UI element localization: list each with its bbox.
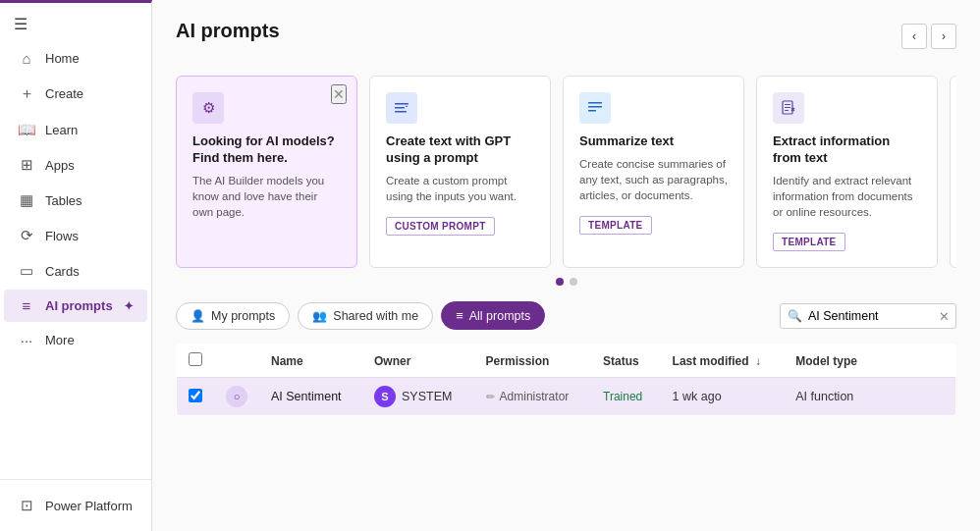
- sidebar-item-cards[interactable]: ▭ Cards: [4, 254, 147, 288]
- apps-icon: ⊞: [18, 156, 35, 174]
- card-badge: CUSTOM PROMPT: [386, 217, 495, 236]
- carousel-nav: ‹ ›: [901, 24, 956, 49]
- sidebar-bottom-label: Power Platform: [45, 499, 133, 513]
- sidebar-item-power-platform[interactable]: ⊡ Power Platform: [4, 489, 147, 522]
- sidebar-item-home[interactable]: ⌂ Home: [4, 42, 147, 75]
- col-name: Name: [259, 345, 362, 378]
- search-wrapper: 🔍 ✕: [780, 303, 956, 329]
- card-desc: The AI Builder models you know and love …: [192, 173, 341, 220]
- svg-rect-5: [588, 110, 596, 112]
- row-checkbox-cell: [177, 378, 215, 416]
- card-desc: Identify and extract relevant informatio…: [773, 173, 921, 220]
- toolbar: 👤 My prompts 👥 Shared with me ≡ All prom…: [176, 301, 956, 330]
- all-prompts-icon: ≡: [456, 308, 463, 323]
- sidebar-item-label: AI prompts: [45, 298, 113, 313]
- card-classify-text[interactable]: Classify text Assign a set of predefined…: [950, 76, 956, 268]
- row-status-cell: Trained: [591, 378, 661, 416]
- more-action-icon[interactable]: ···: [925, 390, 936, 404]
- dot-1[interactable]: [556, 278, 564, 286]
- col-model-type: Model type: [784, 345, 877, 378]
- row-last-modified-cell: 1 wk ago: [661, 378, 785, 416]
- svg-rect-8: [785, 107, 790, 108]
- row-type-icon: ○: [226, 386, 247, 407]
- card-badge: TEMPLATE: [773, 233, 845, 251]
- sidebar-item-label: Create: [45, 86, 83, 101]
- col-permission: Permission: [474, 345, 591, 378]
- sidebar-item-learn[interactable]: 📖 Learn: [4, 113, 147, 146]
- col-last-modified[interactable]: Last modified ↓: [661, 345, 785, 378]
- permission-cell: ✏ Administrator: [486, 390, 579, 403]
- sidebar-item-label: Learn: [45, 123, 78, 137]
- main-content: AI prompts ‹ › ✕ ⚙ Looking for AI models…: [152, 0, 980, 531]
- card-title: Extract information from text: [773, 133, 921, 167]
- ai-prompts-star-icon: ✦: [124, 299, 134, 313]
- permission-label: Administrator: [500, 390, 570, 403]
- tab-my-prompts[interactable]: 👤 My prompts: [176, 302, 290, 330]
- prev-arrow[interactable]: ‹: [901, 24, 927, 49]
- row-owner-cell: S SYSTEM: [362, 378, 474, 416]
- row-icon-cell: ○: [214, 378, 259, 416]
- sidebar-item-label: Tables: [45, 193, 82, 208]
- card-looking-for-ai[interactable]: ✕ ⚙ Looking for AI models? Find them her…: [176, 76, 357, 268]
- cards-row: ✕ ⚙ Looking for AI models? Find them her…: [176, 76, 956, 268]
- tab-shared-with-me[interactable]: 👥 Shared with me: [298, 302, 433, 330]
- sidebar-item-create[interactable]: ＋ Create: [4, 77, 147, 111]
- next-arrow[interactable]: ›: [931, 24, 956, 49]
- sidebar-item-label: Apps: [45, 158, 75, 173]
- dot-2[interactable]: [570, 278, 577, 286]
- my-prompts-icon: 👤: [191, 309, 205, 323]
- svg-rect-4: [588, 106, 602, 108]
- card-desc: Create a custom prompt using the inputs …: [386, 173, 534, 204]
- sidebar-item-label: Cards: [45, 264, 80, 279]
- search-clear-icon[interactable]: ✕: [939, 308, 950, 323]
- card-title: Create text with GPT using a prompt: [386, 133, 534, 167]
- more-icon: ···: [18, 332, 35, 348]
- table-header-row: Name Owner Permission Status Last modifi…: [177, 345, 956, 378]
- cards-container: ✕ ⚙ Looking for AI models? Find them her…: [176, 76, 956, 286]
- card-create-text-gpt[interactable]: Create text with GPT using a prompt Crea…: [369, 76, 551, 268]
- card-extract-information[interactable]: Extract information from text Identify a…: [756, 76, 938, 268]
- card-summarize-text[interactable]: Summarize text Create concise summaries …: [563, 76, 744, 268]
- create-icon: ＋: [18, 84, 35, 103]
- sidebar-item-apps[interactable]: ⊞ Apps: [4, 148, 147, 182]
- card-title: Looking for AI models? Find them here.: [192, 133, 341, 167]
- tab-all-prompts[interactable]: ≡ All prompts: [441, 301, 545, 330]
- sidebar-item-label: More: [45, 333, 75, 347]
- share-action-icon[interactable]: ↗: [890, 390, 900, 404]
- card-desc: Create concise summaries of any text, su…: [579, 156, 728, 203]
- row-name-cell: AI Sentiment: [259, 378, 362, 416]
- sort-arrow-icon: ↓: [755, 354, 761, 368]
- svg-rect-1: [395, 107, 405, 109]
- power-platform-icon: ⊡: [18, 497, 35, 514]
- sidebar-item-flows[interactable]: ⟳ Flows: [4, 219, 147, 252]
- row-name[interactable]: AI Sentiment: [271, 390, 342, 403]
- search-input[interactable]: [780, 303, 956, 329]
- sidebar: ☰ ⌂ Home ＋ Create 📖 Learn ⊞ Apps ▦ Table…: [0, 0, 152, 531]
- sidebar-item-more[interactable]: ··· More: [4, 324, 147, 356]
- status-badge: Trained: [603, 390, 642, 403]
- data-table: Name Owner Permission Status Last modifi…: [176, 344, 956, 416]
- sidebar-item-ai-prompts[interactable]: ≡ AI prompts ✦: [4, 290, 147, 322]
- card-title: Summarize text: [579, 133, 728, 150]
- row-actions-cell: ↗ 🗑 ···: [878, 378, 956, 416]
- table-row: ○ AI Sentiment S SYSTEM: [177, 378, 956, 416]
- sidebar-item-tables[interactable]: ▦ Tables: [4, 184, 147, 217]
- delete-action-icon[interactable]: 🗑: [906, 390, 919, 404]
- card-icon-extract: [773, 92, 804, 124]
- svg-rect-0: [395, 103, 408, 105]
- sidebar-bottom: ⊡ Power Platform: [0, 479, 151, 531]
- carousel-dots: [176, 278, 956, 286]
- card-close-button[interactable]: ✕: [331, 84, 347, 104]
- tables-icon: ▦: [18, 191, 35, 209]
- owner-name: SYSTEM: [402, 390, 452, 403]
- hamburger-menu[interactable]: ☰: [0, 7, 151, 41]
- learn-icon: 📖: [18, 121, 35, 138]
- col-status: Status: [591, 345, 661, 378]
- shared-icon: 👥: [312, 309, 327, 323]
- select-all-checkbox[interactable]: [189, 352, 202, 366]
- owner-cell: S SYSTEM: [374, 386, 463, 407]
- row-checkbox[interactable]: [189, 389, 202, 402]
- tab-all-prompts-label: All prompts: [469, 309, 531, 323]
- svg-rect-7: [785, 104, 790, 105]
- flows-icon: ⟳: [18, 227, 35, 244]
